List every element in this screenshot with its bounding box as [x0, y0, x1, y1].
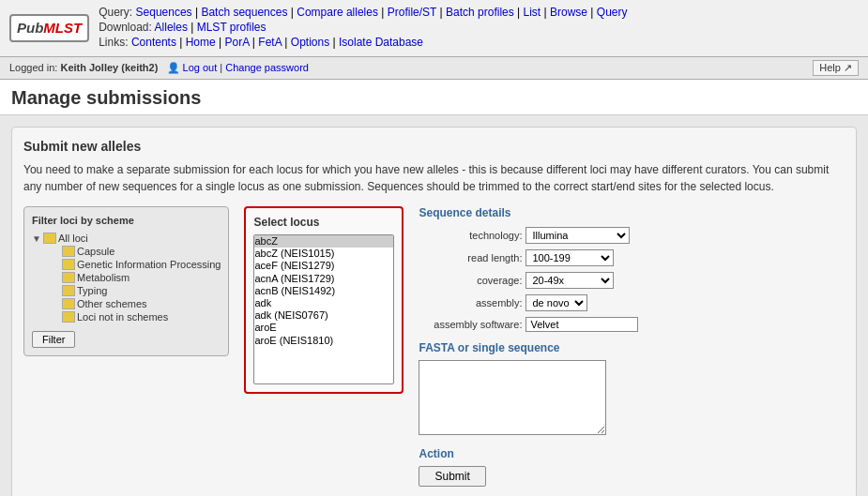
action-section: Action Submit [419, 447, 845, 487]
coverage-control: 20-49x <20x 50-99x 100x+ not applicable [525, 272, 614, 289]
assembly-software-input[interactable] [525, 317, 638, 332]
select-locus-section: Select locus abcZ abcZ (NEIS1015) aceF (… [244, 206, 404, 394]
locus-option-adk[interactable]: adk [254, 297, 393, 309]
fasta-section: FASTA or single sequence [419, 341, 845, 438]
nav-mlst-profiles[interactable]: MLST profiles [197, 21, 266, 34]
nav-feta[interactable]: FetA [258, 36, 282, 49]
action-title: Action [419, 447, 845, 460]
tree-item-capsule[interactable]: Capsule [51, 245, 221, 258]
locus-option-abcz-neis1015[interactable]: abcZ (NEIS1015) [254, 248, 393, 260]
tree-label-typing: Typing [77, 285, 107, 296]
tree-item-typing[interactable]: Typing [51, 284, 221, 297]
tree-item-loci-not-in[interactable]: Loci not in schemes [51, 310, 221, 323]
coverage-label: coverage: [419, 275, 522, 286]
nav-compare-alleles[interactable]: Compare alleles [297, 6, 378, 19]
assembly-software-row: assembly software: [419, 317, 845, 332]
nav-options[interactable]: Options [291, 36, 329, 49]
nav-profile-st[interactable]: Profile/ST [388, 6, 436, 19]
page-title-bar: Manage submissions [0, 80, 868, 115]
locus-option-adk-neis0767[interactable]: adk (NEIS0767) [254, 309, 393, 322]
submit-section: Submit new alleles You need to make a se… [11, 127, 857, 496]
nav-contents[interactable]: Contents [131, 36, 176, 49]
expand-icon: ▼ [32, 233, 43, 244]
tree-label-capsule: Capsule [77, 246, 114, 257]
assembly-software-control [525, 317, 638, 332]
page-title: Manage submissions [11, 87, 857, 109]
locus-option-aroe-neis1810[interactable]: aroE (NEIS1810) [254, 335, 393, 347]
nav-batch-profiles[interactable]: Batch profiles [446, 6, 514, 19]
technology-select[interactable]: Illumina 454 Ion Torrent PacBio Oxford N… [525, 227, 630, 244]
logo: PubMLST [9, 14, 89, 42]
read-length-control: 100-199 <100 200-299 300+ not applicable [525, 249, 614, 266]
nav-home[interactable]: Home [186, 36, 216, 49]
logout-link[interactable]: Log out [183, 62, 218, 73]
tree-label-other: Other schemes [77, 298, 147, 309]
download-line: Download: Alleles | MLST profiles [99, 21, 859, 34]
user-name: Keith Jolley (keith2) [60, 62, 158, 73]
fasta-title: FASTA or single sequence [419, 341, 845, 354]
submit-section-title: Submit new alleles [23, 139, 845, 154]
nav-query[interactable]: Query [597, 6, 628, 19]
folder-icon-other [62, 298, 75, 309]
query-line: Query: Sequences | Batch sequences | Com… [99, 6, 859, 19]
nav-batch-sequences[interactable]: Batch sequences [201, 6, 287, 19]
nav-pora[interactable]: PorA [225, 36, 250, 49]
submit-button[interactable]: Submit [419, 466, 485, 487]
tree-item-all[interactable]: ▼ All loci [32, 232, 221, 245]
assembly-select[interactable]: de novo mapped [525, 294, 587, 311]
sequence-details: Sequence details technology: Illumina 45… [419, 206, 845, 487]
nav-list[interactable]: List [524, 6, 541, 19]
expand-icon-genetic [51, 260, 62, 270]
expand-icon-metabolism [51, 273, 62, 283]
technology-row: technology: Illumina 454 Ion Torrent Pac… [419, 227, 845, 244]
tree-label-loci-not-in: Loci not in schemes [77, 311, 168, 323]
filter-button[interactable]: Filter [32, 331, 75, 348]
locus-option-abcz[interactable]: abcZ [254, 235, 393, 248]
header: PubMLST Query: Sequences | Batch sequenc… [0, 0, 868, 57]
folder-icon-capsule [62, 246, 75, 257]
download-label: Download: [99, 21, 152, 34]
expand-icon-typing [51, 286, 62, 296]
folder-icon-genetic [62, 259, 75, 270]
filter-section: Filter loci by scheme ▼ All loci Capsule [23, 206, 229, 356]
expand-icon-other [51, 299, 62, 309]
filter-legend: Filter loci by scheme [32, 215, 221, 226]
login-bar: Logged in: Keith Jolley (keith2) 👤 Log o… [0, 57, 868, 80]
read-length-label: read length: [419, 252, 522, 263]
nav-isolate-db[interactable]: Isolate Database [339, 36, 423, 49]
locus-option-acna[interactable]: acnA (NEIS1729) [254, 273, 393, 285]
login-info: Logged in: Keith Jolley (keith2) 👤 Log o… [9, 62, 309, 74]
locus-option-aroe[interactable]: aroE [254, 322, 393, 334]
tree-item-genetic[interactable]: Genetic Information Processing [51, 258, 221, 271]
header-links: Query: Sequences | Batch sequences | Com… [99, 6, 859, 51]
nav-alleles[interactable]: Alleles [155, 21, 188, 34]
expand-icon-capsule [51, 247, 62, 257]
logo-mlst-text: MLST [43, 20, 82, 36]
tree-label-all: All loci [58, 233, 88, 244]
nav-browse[interactable]: Browse [550, 6, 587, 19]
tree-item-other[interactable]: Other schemes [51, 297, 221, 310]
fasta-textarea[interactable] [419, 360, 606, 435]
logged-in-text: Logged in: [9, 62, 60, 73]
help-button[interactable]: Help ↗ [813, 60, 859, 76]
assembly-software-label: assembly software: [419, 319, 522, 330]
technology-label: technology: [419, 230, 522, 241]
folder-icon-metabolism [62, 272, 75, 283]
locus-listbox[interactable]: abcZ abcZ (NEIS1015) aceF (NEIS1279) acn… [253, 234, 394, 384]
submit-section-description: You need to make a separate submission f… [23, 161, 845, 195]
read-length-select[interactable]: 100-199 <100 200-299 300+ not applicable [525, 249, 614, 266]
nav-sequences[interactable]: Sequences [136, 6, 192, 19]
assembly-row: assembly: de novo mapped [419, 294, 845, 311]
folder-icon-typing [62, 285, 75, 296]
tree-item-metabolism[interactable]: Metabolism [51, 271, 221, 284]
folder-icon-loci-not-in [62, 311, 75, 323]
locus-option-acef[interactable]: aceF (NEIS1279) [254, 260, 393, 272]
content-row: Filter loci by scheme ▼ All loci Capsule [23, 206, 845, 487]
change-password-link[interactable]: Change password [225, 62, 309, 73]
tree-area: ▼ All loci Capsule Genet [32, 232, 221, 323]
locus-option-acnb[interactable]: acnB (NEIS1492) [254, 285, 393, 297]
links-line: Links: Contents | Home | PorA | FetA | O… [99, 36, 859, 49]
select-locus-title: Select locus [253, 216, 394, 229]
coverage-select[interactable]: 20-49x <20x 50-99x 100x+ not applicable [525, 272, 614, 289]
links-label: Links: [99, 36, 128, 49]
